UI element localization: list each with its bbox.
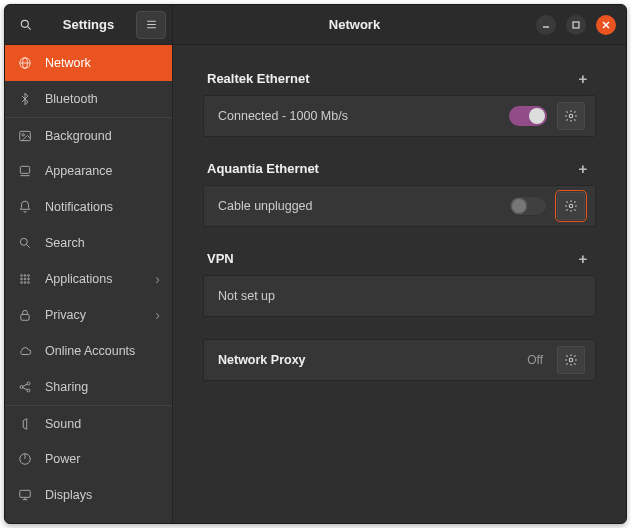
svg-point-25: [24, 282, 26, 284]
sidebar-item-label: Network: [45, 56, 160, 70]
svg-rect-14: [20, 166, 29, 173]
svg-point-13: [22, 133, 24, 135]
sidebar-item-displays[interactable]: Displays: [5, 477, 172, 513]
svg-point-21: [21, 278, 23, 280]
sidebar-item-background[interactable]: Background: [5, 117, 172, 153]
appearance-icon: [17, 163, 33, 179]
svg-point-48: [569, 204, 573, 208]
panel: Not set up: [203, 275, 596, 317]
svg-point-28: [20, 386, 23, 389]
minimize-button[interactable]: [536, 15, 556, 35]
svg-line-1: [27, 26, 30, 29]
section-title: Realtek Ethernet: [207, 71, 310, 86]
svg-point-26: [28, 282, 30, 284]
row-label: Not set up: [218, 289, 585, 303]
svg-rect-35: [20, 490, 31, 497]
svg-point-19: [24, 275, 26, 277]
display-icon: [17, 487, 33, 503]
settings-window: Settings Network NetworkBluetoothBackgro…: [4, 4, 627, 524]
settings-gear-button[interactable]: [557, 102, 585, 130]
content-area: Realtek Ethernet+Connected - 1000 Mb/sAq…: [173, 45, 626, 523]
close-button[interactable]: [596, 15, 616, 35]
svg-line-17: [26, 244, 29, 247]
bluetooth-icon: [17, 91, 33, 107]
svg-point-49: [569, 358, 573, 362]
sidebar-item-appearance[interactable]: Appearance: [5, 153, 172, 189]
svg-point-29: [27, 382, 30, 385]
svg-line-31: [23, 384, 28, 386]
chevron-right-icon: ›: [155, 307, 160, 323]
settings-gear-button[interactable]: [557, 346, 585, 374]
sidebar-item-applications[interactable]: Applications›: [5, 261, 172, 297]
sidebar-item-online-accounts[interactable]: Online Accounts: [5, 333, 172, 369]
cloud-icon: [17, 343, 33, 359]
add-button[interactable]: +: [574, 69, 592, 87]
lock-icon: [17, 307, 33, 323]
sidebar-item-power[interactable]: Power: [5, 441, 172, 477]
svg-rect-27: [21, 314, 29, 320]
sidebar-item-label: Notifications: [45, 200, 160, 214]
sidebar-item-mouse[interactable]: Mouse & Touchpad: [5, 513, 172, 523]
toggle-switch[interactable]: [509, 196, 547, 216]
sidebar-item-label: Search: [45, 236, 160, 250]
panel-row: Connected - 1000 Mb/s: [204, 96, 595, 136]
sidebar-item-privacy[interactable]: Privacy›: [5, 297, 172, 333]
power-icon: [17, 451, 33, 467]
search-icon: [17, 235, 33, 251]
add-button[interactable]: +: [574, 159, 592, 177]
svg-point-47: [569, 114, 573, 118]
panel: Cable unplugged: [203, 185, 596, 227]
row-label: Network Proxy: [218, 353, 517, 367]
svg-rect-6: [573, 22, 579, 28]
sidebar-item-sound[interactable]: Sound: [5, 405, 172, 441]
sidebar-title: Settings: [41, 17, 136, 32]
globe-icon: [17, 55, 33, 71]
row-label: Cable unplugged: [218, 199, 499, 213]
svg-point-22: [24, 278, 26, 280]
svg-point-23: [28, 278, 30, 280]
row-status: Off: [527, 353, 543, 367]
sidebar-item-label: Applications: [45, 272, 143, 286]
add-button[interactable]: +: [574, 249, 592, 267]
row-label: Connected - 1000 Mb/s: [218, 109, 499, 123]
sidebar-item-label: Appearance: [45, 164, 160, 178]
sidebar-item-network[interactable]: Network: [5, 45, 172, 81]
sound-icon: [17, 416, 33, 432]
sidebar-item-label: Background: [45, 129, 160, 143]
sidebar-item-label: Displays: [45, 488, 160, 502]
svg-point-30: [27, 389, 30, 392]
svg-point-24: [21, 282, 23, 284]
share-icon: [17, 379, 33, 395]
section-header: Realtek Ethernet+: [203, 69, 596, 95]
sidebar-item-label: Privacy: [45, 308, 143, 322]
panel: Network ProxyOff: [203, 339, 596, 381]
grid-icon: [17, 271, 33, 287]
svg-point-18: [21, 275, 23, 277]
maximize-button[interactable]: [566, 15, 586, 35]
panel-row: Cable unplugged: [204, 186, 595, 226]
sidebar-item-label: Sharing: [45, 380, 160, 394]
settings-gear-button[interactable]: [557, 192, 585, 220]
sidebar-item-label: Power: [45, 452, 160, 466]
titlebar-left: Settings: [5, 5, 173, 44]
sidebar: NetworkBluetoothBackgroundAppearanceNoti…: [5, 45, 173, 523]
sidebar-item-bluetooth[interactable]: Bluetooth: [5, 81, 172, 117]
bell-icon: [17, 199, 33, 215]
sidebar-item-sharing[interactable]: Sharing: [5, 369, 172, 405]
image-icon: [17, 128, 33, 144]
toggle-switch[interactable]: [509, 106, 547, 126]
hamburger-menu-button[interactable]: [136, 11, 166, 39]
section-title: VPN: [207, 251, 234, 266]
section-title: Aquantia Ethernet: [207, 161, 319, 176]
page-title: Network: [173, 17, 536, 32]
sidebar-item-label: Online Accounts: [45, 344, 160, 358]
panel-row: Network ProxyOff: [204, 340, 595, 380]
svg-line-32: [23, 388, 28, 390]
svg-point-16: [20, 238, 27, 245]
svg-rect-12: [20, 131, 31, 140]
chevron-right-icon: ›: [155, 271, 160, 287]
svg-point-0: [21, 20, 28, 27]
search-button[interactable]: [11, 10, 41, 40]
sidebar-item-search[interactable]: Search: [5, 225, 172, 261]
sidebar-item-notifications[interactable]: Notifications: [5, 189, 172, 225]
